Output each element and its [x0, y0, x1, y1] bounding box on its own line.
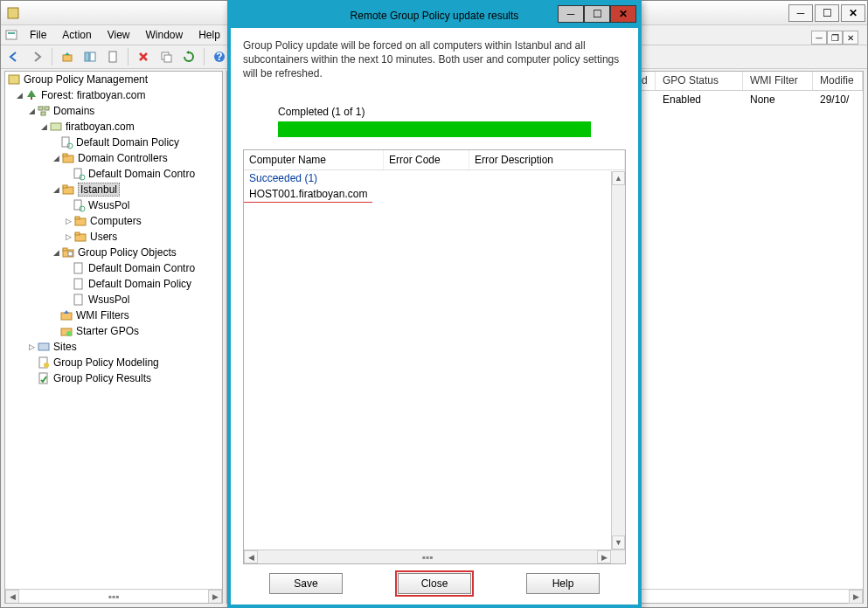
menu-view[interactable]: View	[101, 27, 137, 43]
minimize-button[interactable]: ─	[788, 4, 813, 22]
tree-default-dc-policy[interactable]: Default Domain Contro	[5, 166, 222, 182]
svg-rect-17	[62, 137, 69, 147]
save-button[interactable]: Save	[269, 573, 343, 594]
link-gpo-icon	[72, 198, 86, 212]
svg-rect-25	[74, 200, 81, 210]
show-hide-tree-button[interactable]	[80, 47, 100, 66]
tree-starter-gpos[interactable]: Starter GPOs	[5, 323, 222, 339]
expander-icon[interactable]: ◢	[51, 185, 61, 194]
properties-button[interactable]	[103, 47, 122, 66]
wmi-icon	[59, 308, 73, 322]
expander-icon[interactable]: ◢	[38, 122, 49, 131]
tree-gpo-ddc[interactable]: Default Domain Contro	[5, 260, 222, 276]
expander-icon[interactable]: ▷	[26, 342, 37, 351]
tree-gpo-container[interactable]: ◢Group Policy Objects	[5, 245, 222, 260]
separator	[128, 48, 128, 66]
svg-rect-28	[75, 217, 80, 219]
copy-button[interactable]	[156, 47, 176, 66]
close-dialog-button[interactable]: Close	[398, 573, 471, 594]
tree-gp-results[interactable]: Group Policy Results	[5, 370, 222, 386]
tree-domain-controllers[interactable]: ◢Domain Controllers	[5, 150, 222, 166]
list-hscroll[interactable]: ◀ ▪▪▪ ▶	[244, 549, 625, 563]
dialog-description: Group Policy update will be forced on al…	[243, 38, 626, 81]
svg-rect-11	[9, 75, 19, 84]
list-vscroll[interactable]: ▲ ▼	[611, 171, 625, 549]
tree-computers[interactable]: ▷Computers	[5, 213, 222, 229]
scroll-up-icon[interactable]: ▲	[612, 171, 625, 185]
expander-icon[interactable]: ◢	[51, 154, 61, 162]
result-item[interactable]: HOST001.firatboyan.com	[244, 186, 372, 203]
svg-rect-2	[8, 32, 15, 34]
tree-hscroll[interactable]: ◀ ▪▪▪ ▶	[5, 589, 222, 603]
delete-button[interactable]	[134, 47, 153, 66]
dialog-close-button[interactable]: ✕	[610, 5, 636, 23]
tree-default-domain-policy[interactable]: Default Domain Policy	[5, 135, 222, 150]
svg-rect-33	[68, 252, 73, 256]
tree-domain[interactable]: ◢firatboyan.com	[5, 119, 222, 135]
svg-rect-3	[63, 55, 72, 61]
tree-wmi-filters[interactable]: WMI Filters	[5, 307, 222, 323]
scroll-left-icon[interactable]: ◀	[244, 550, 258, 563]
col-gpo-status[interactable]: GPO Status	[656, 72, 743, 90]
close-button[interactable]: ✕	[841, 4, 865, 22]
expander-icon[interactable]: ◢	[26, 107, 37, 115]
child-close-button[interactable]: ✕	[843, 31, 858, 45]
ou-icon	[73, 214, 87, 228]
expander-icon[interactable]: ▷	[63, 217, 73, 225]
dialog-maximize-button[interactable]: ☐	[584, 5, 610, 23]
menu-file[interactable]: File	[23, 27, 53, 43]
col-error-code[interactable]: Error Code	[384, 150, 469, 169]
expander-icon[interactable]: ◢	[51, 248, 61, 257]
menu-action[interactable]: Action	[55, 27, 98, 43]
up-button[interactable]	[58, 47, 77, 66]
refresh-button[interactable]	[179, 47, 198, 66]
separator	[52, 48, 52, 66]
tree-root[interactable]: Group Policy Management	[5, 72, 222, 87]
scroll-down-icon[interactable]: ▼	[612, 535, 625, 549]
col-computer-name[interactable]: Computer Name	[244, 150, 384, 169]
dialog-minimize-button[interactable]: ─	[558, 5, 584, 23]
group-succeeded[interactable]: Succeeded (1)	[244, 170, 625, 186]
svg-rect-8	[164, 55, 171, 62]
col-wmi-filter[interactable]: WMI Filter	[743, 72, 813, 90]
col-modified[interactable]: Modifie	[813, 72, 863, 90]
svg-rect-20	[63, 154, 67, 156]
scroll-left-icon[interactable]: ◀	[5, 590, 19, 604]
tree-istanbul[interactable]: ◢Istanbul	[5, 182, 222, 197]
help-button[interactable]: ?	[210, 47, 229, 66]
expander-icon[interactable]: ▷	[63, 232, 73, 241]
tree-gp-modeling[interactable]: Group Policy Modeling	[5, 355, 222, 370]
col-error-description[interactable]: Error Description	[469, 150, 625, 169]
expander-icon[interactable]: ◢	[14, 91, 24, 100]
svg-rect-36	[74, 294, 82, 305]
ou-icon	[61, 183, 75, 197]
help-button[interactable]: Help	[526, 573, 600, 594]
scroll-right-icon[interactable]: ▶	[597, 550, 611, 563]
forward-button[interactable]	[27, 47, 46, 66]
modeling-icon	[37, 356, 51, 370]
svg-rect-12	[31, 97, 32, 100]
scroll-right-icon[interactable]: ▶	[208, 590, 222, 604]
menu-window[interactable]: Window	[139, 27, 191, 43]
tree-domains[interactable]: ◢Domains	[5, 103, 222, 119]
back-button[interactable]	[4, 47, 24, 66]
dialog-titlebar[interactable]: Remote Group Policy update results ─ ☐ ✕	[231, 3, 638, 28]
tree-users[interactable]: ▷Users	[5, 229, 222, 245]
tree-forest[interactable]: ◢Forest: firatboyan.com	[5, 87, 222, 103]
starter-gpo-icon	[59, 324, 73, 338]
tree-gpo-ddp[interactable]: Default Domain Policy	[5, 276, 222, 292]
child-restore-button[interactable]: ❐	[827, 31, 843, 45]
gpo-folder-icon	[61, 245, 75, 259]
svg-point-39	[66, 331, 72, 336]
svg-text:?: ?	[216, 51, 222, 63]
maximize-button[interactable]: ☐	[815, 4, 839, 22]
tree-pane[interactable]: Group Policy Management ◢Forest: firatbo…	[4, 71, 223, 604]
svg-rect-5	[90, 52, 95, 61]
menu-help[interactable]: Help	[191, 27, 227, 43]
tree-gpo-wsus[interactable]: WsusPol	[5, 292, 222, 307]
tree-sites[interactable]: ▷Sites	[5, 339, 222, 355]
tree-wsuspol-link[interactable]: WsusPol	[5, 197, 222, 213]
forest-icon	[24, 88, 38, 102]
scroll-right-icon[interactable]: ▶	[849, 590, 863, 604]
child-minimize-button[interactable]: ─	[811, 31, 827, 45]
